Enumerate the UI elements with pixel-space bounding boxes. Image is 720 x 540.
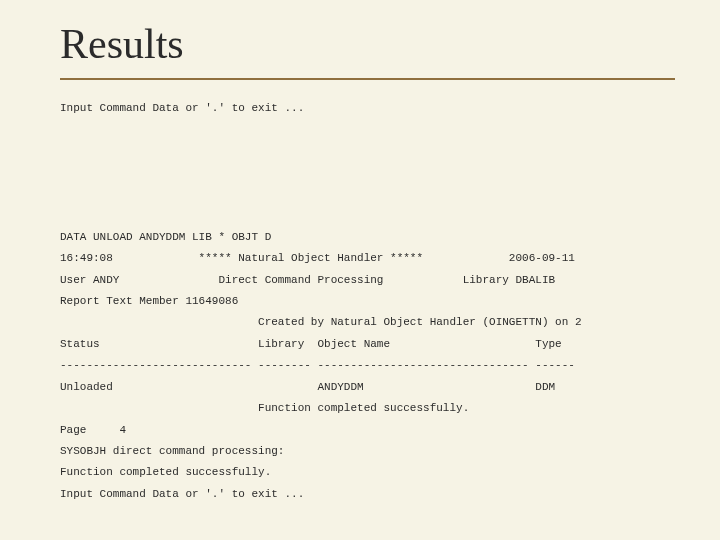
output-line: Input Command Data or '.' to exit ... — [60, 488, 304, 500]
output-line: Status Library Object Name Type — [60, 338, 562, 350]
output-line: Unloaded ANDYDDM DDM — [60, 381, 555, 393]
output-line: ----------------------------- -------- -… — [60, 359, 575, 371]
output-line: Function completed successfully. — [60, 466, 271, 478]
output-line: SYSOBJH direct command processing: — [60, 445, 284, 457]
output-line: Input Command Data or '.' to exit ... — [60, 102, 304, 114]
output-line: Function completed successfully. — [60, 402, 469, 414]
output-line: 16:49:08 ***** Natural Object Handler **… — [60, 252, 575, 264]
output-line: User ANDY Direct Command Processing Libr… — [60, 274, 555, 286]
output-line: Created by Natural Object Handler (OINGE… — [60, 316, 582, 328]
title-underline — [60, 78, 675, 80]
output-line: DATA UNLOAD ANDYDDM LIB * OBJT D — [60, 231, 271, 243]
terminal-output: Input Command Data or '.' to exit ... DA… — [60, 98, 675, 505]
slide: Results Input Command Data or '.' to exi… — [0, 0, 720, 531]
page-title: Results — [60, 20, 690, 68]
output-line: Report Text Member 11649086 — [60, 295, 238, 307]
output-line: Page 4 — [60, 424, 126, 436]
